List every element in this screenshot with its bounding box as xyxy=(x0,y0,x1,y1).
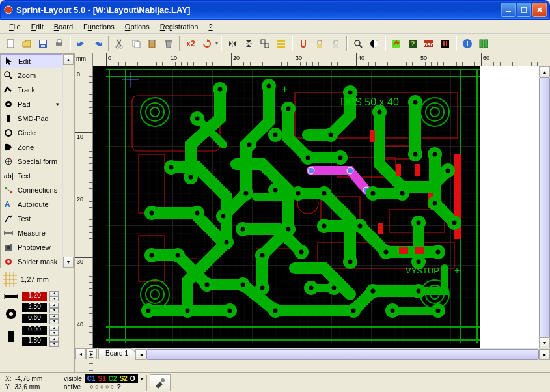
svg-point-181 xyxy=(400,191,405,196)
svg-rect-22 xyxy=(277,46,285,48)
svg-rect-15 xyxy=(165,40,172,42)
svg-rect-34 xyxy=(443,41,445,46)
info-button[interactable]: i xyxy=(460,36,475,51)
menu-edit[interactable]: Edit xyxy=(26,21,49,32)
horizontal-scrollbar[interactable]: ◂ ▸ xyxy=(135,348,550,359)
vertical-scrollbar[interactable]: ▴ ▾ xyxy=(539,66,550,348)
svg-rect-99 xyxy=(378,223,383,234)
panel-button[interactable] xyxy=(476,36,491,51)
smd-h-value[interactable]: 1.80 xyxy=(22,337,47,346)
undo-button[interactable] xyxy=(74,36,89,51)
menu-registration[interactable]: Registration xyxy=(155,21,204,32)
svg-point-131 xyxy=(348,91,353,95)
svg-line-26 xyxy=(359,45,362,48)
svg-rect-5 xyxy=(40,40,46,44)
new-file-button[interactable] xyxy=(3,36,18,51)
mirror-h-button[interactable] xyxy=(225,36,240,51)
rotate-button[interactable] xyxy=(199,36,215,51)
track-width-value[interactable]: 1.20 xyxy=(22,292,47,301)
duplicate-button[interactable]: x2 xyxy=(183,36,199,51)
print-button[interactable] xyxy=(51,36,67,51)
lock-button[interactable] xyxy=(312,36,327,51)
smd-size-row: 0.90▴▾ 1.80▴▾ xyxy=(0,325,74,348)
ruler-vertical[interactable]: 010203040 xyxy=(75,66,93,348)
track-width-spinner[interactable]: ▴▾ xyxy=(49,291,59,301)
pad-inner-spinner[interactable]: ▴▾ xyxy=(49,314,59,324)
paste-button[interactable] xyxy=(144,36,160,51)
close-button[interactable] xyxy=(532,3,547,17)
menu-board[interactable]: Board xyxy=(49,21,78,32)
main-area: EditZoomTrackPad▾SMD-PadCircleZoneSpecia… xyxy=(0,53,550,372)
status-tool-icon[interactable] xyxy=(150,374,171,391)
smd-h-spinner[interactable]: ▴▾ xyxy=(49,337,59,347)
pad-outer-value[interactable]: 2.50 xyxy=(22,303,47,312)
menu-functions[interactable]: Functions xyxy=(78,21,120,32)
cut-button[interactable] xyxy=(112,36,128,51)
svg-point-199 xyxy=(384,250,389,255)
pad-inner-value[interactable]: 0.60 xyxy=(22,314,47,323)
svg-point-193 xyxy=(241,227,245,232)
maximize-button[interactable] xyxy=(517,3,531,17)
pcb-canvas[interactable]: DPS 50 x 40 VYSTUP + + xyxy=(93,66,539,348)
copy-button[interactable] xyxy=(128,36,144,51)
active-layer-radios[interactable]: ○ ○ ○ ○ ○ xyxy=(90,384,114,390)
svg-point-189 xyxy=(286,227,291,232)
track-width-row: 1.20 ▴▾ xyxy=(0,290,74,302)
svg-point-67 xyxy=(9,312,13,316)
svg-point-201 xyxy=(436,250,441,255)
scroll-left-button[interactable]: ◂ xyxy=(135,349,146,360)
window-buttons xyxy=(501,3,547,17)
scroll-up-button[interactable]: ▴ xyxy=(539,66,550,77)
measure-tool-button[interactable] xyxy=(437,36,453,51)
v-scroll-thumb[interactable] xyxy=(539,77,550,337)
open-file-button[interactable] xyxy=(19,36,34,51)
pad-outer-spinner[interactable]: ▴▾ xyxy=(49,303,59,313)
unlock-button[interactable] xyxy=(328,36,344,51)
svg-rect-98 xyxy=(415,164,420,176)
smd-w-value[interactable]: 0.90 xyxy=(22,326,47,335)
svg-rect-97 xyxy=(396,164,401,176)
save-button[interactable] xyxy=(35,36,51,51)
svg-text:+: + xyxy=(454,265,460,275)
ruler-unit-label: mm xyxy=(75,53,93,66)
scroll-down-button[interactable]: ▾ xyxy=(63,257,74,268)
svg-point-165 xyxy=(413,152,418,157)
grid-size-display[interactable]: 1,27 mm xyxy=(0,268,74,290)
align-button[interactable] xyxy=(273,36,289,51)
scroll-down-button[interactable]: ▾ xyxy=(539,337,550,348)
menu-bar: File Edit Board Functions Options Regist… xyxy=(0,20,550,34)
board-tab[interactable]: Board 1 xyxy=(98,348,135,359)
delete-button[interactable] xyxy=(161,36,176,51)
tab-prev-button[interactable]: ◂ xyxy=(75,348,86,359)
minimize-button[interactable] xyxy=(501,3,516,17)
contrast-button[interactable] xyxy=(366,36,382,51)
help-button[interactable]: ? xyxy=(405,36,420,51)
tab-and-hscroll-row: ◂ ▸ Board 1 ◂ ▸ xyxy=(75,348,550,359)
drc-button[interactable]: DRC xyxy=(421,36,437,51)
svg-point-207 xyxy=(241,283,245,287)
mirror-v-button[interactable] xyxy=(241,36,256,51)
pad-size-icon xyxy=(3,305,20,323)
svg-point-161 xyxy=(378,110,382,115)
highlight-button[interactable] xyxy=(389,36,404,51)
sidebar-scrollbar[interactable]: ▴ ▾ xyxy=(62,54,74,268)
pcb-viewport[interactable]: DPS 50 x 40 VYSTUP + + xyxy=(93,66,539,348)
h-scroll-thumb[interactable] xyxy=(146,349,539,360)
scroll-right-button[interactable]: ▸ xyxy=(539,349,550,360)
svg-point-179 xyxy=(371,191,376,196)
svg-rect-72 xyxy=(480,66,539,348)
menu-help[interactable]: ? xyxy=(203,21,217,32)
snap-button[interactable] xyxy=(296,36,311,51)
group-button[interactable] xyxy=(257,36,273,51)
test-icon xyxy=(3,214,14,224)
svg-text:i: i xyxy=(466,40,468,48)
svg-point-40 xyxy=(5,72,10,77)
smd-w-spinner[interactable]: ▴▾ xyxy=(49,326,59,336)
zoom-button[interactable] xyxy=(350,36,366,51)
scroll-up-button[interactable]: ▴ xyxy=(63,54,74,65)
menu-options[interactable]: Options xyxy=(120,21,155,32)
menu-file[interactable]: File xyxy=(4,21,26,32)
zone-icon xyxy=(3,142,14,152)
redo-button[interactable] xyxy=(90,36,105,51)
ruler-horizontal[interactable]: 0102030405060 xyxy=(93,53,539,66)
